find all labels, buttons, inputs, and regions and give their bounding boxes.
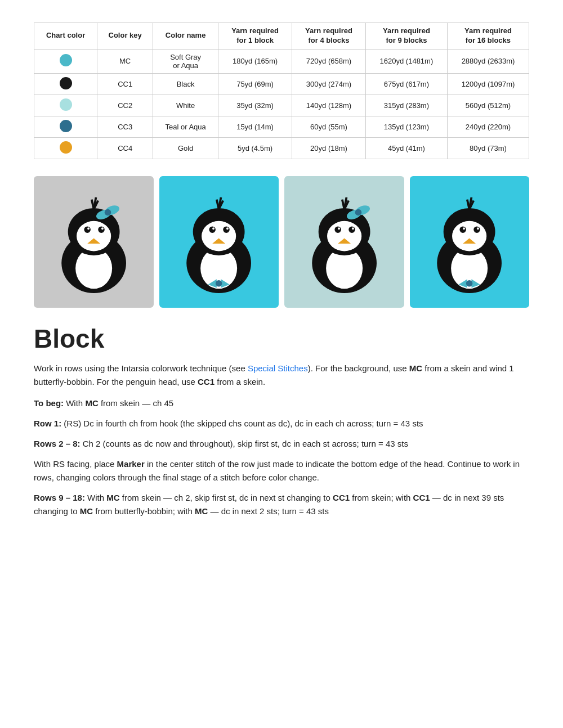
yarn-amount-cell: 35yd (32m) [218,95,292,116]
color-name-cell: Teal or Aqua [153,116,218,137]
yarn-amount-cell: 5yd (4.5m) [218,137,292,159]
svg-point-39 [334,227,341,233]
color-key-cell: CC1 [97,73,153,95]
svg-point-23 [212,228,215,230]
svg-point-60 [477,228,479,230]
yarn-amount-cell: 1200yd (1097m) [447,73,529,95]
svg-point-33 [216,281,222,287]
yarn-amount-cell: 60yd (55m) [292,116,366,137]
table-row: CC4Gold5yd (4.5m)20yd (18m)45yd (41m)80y… [34,137,529,159]
yarn-amount-cell: 45yd (41m) [365,137,447,159]
color-swatch [60,141,72,154]
yarn-table: Chart colorColor keyColor nameYarn requi… [34,23,529,159]
svg-point-22 [209,227,216,233]
yarn-amount-cell: 140yd (128m) [292,95,366,116]
yarn-amount-cell: 75yd (69m) [218,73,292,95]
yarn-amount-cell: 2880yd (2633m) [447,49,529,73]
special-stitches-link[interactable]: Special Stitches [248,363,308,373]
color-dot-cell [34,73,97,95]
yarn-amount-cell: 240yd (220m) [447,116,529,137]
svg-point-8 [98,227,104,233]
table-row: CC2White35yd (32m)140yd (128m)315yd (283… [34,95,529,116]
table-row: MCSoft Grayor Aqua180yd (165m)720yd (658… [34,49,529,73]
color-key-cell: CC4 [97,137,153,159]
svg-point-37 [327,221,361,251]
penguin-gray-bow [34,176,154,308]
svg-point-25 [223,227,229,233]
table-header: Yarn requiredfor 16 blocks [447,23,529,50]
svg-point-5 [84,227,90,233]
svg-point-57 [463,228,465,230]
penguin-blue-tie [410,176,530,308]
svg-point-20 [202,221,236,251]
yarn-amount-cell: 315yd (283m) [365,95,447,116]
table-header: Yarn requiredfor 1 block [218,23,292,50]
table-row: CC1Black75yd (69m)300yd (274m)675yd (617… [34,73,529,95]
instruction-row: With RS facing, place Marker in the cent… [34,457,529,484]
color-key-cell: CC2 [97,95,153,116]
svg-point-6 [87,228,90,230]
color-dot-cell [34,137,97,159]
instruction-row: To beg: With MC from skein — ch 45 [34,397,529,410]
penguin-light-bow [284,176,404,308]
color-name-cell: Gold [153,137,218,159]
svg-point-26 [226,228,229,230]
svg-point-9 [101,228,104,230]
color-dot-cell [34,116,97,137]
table-header: Color name [153,23,218,50]
yarn-amount-cell: 720yd (658m) [292,49,366,73]
svg-point-50 [355,209,361,215]
penguin-blue-bow [159,176,279,308]
color-name-cell: Black [153,73,218,95]
color-swatch [60,77,72,89]
svg-point-43 [352,228,354,230]
table-header: Yarn requiredfor 4 blocks [292,23,366,50]
svg-point-3 [77,221,111,251]
yarn-amount-cell: 20yd (18m) [292,137,366,159]
table-header: Color key [97,23,153,50]
yarn-amount-cell: 135yd (123m) [365,116,447,137]
instruction-row: Row 1: (RS) Dc in fourth ch from hook (t… [34,417,529,430]
color-dot-cell [34,49,97,73]
yarn-amount-cell: 180yd (165m) [218,49,292,73]
svg-point-59 [473,227,480,233]
table-header: Chart color [34,23,97,50]
color-swatch [60,98,72,111]
penguin-grid [34,176,529,308]
block-title: Block [34,325,529,353]
color-key-cell: CC3 [97,116,153,137]
svg-point-56 [460,227,466,233]
yarn-amount-cell: 80yd (73m) [447,137,529,159]
color-key-cell: MC [97,49,153,73]
yarn-amount-cell: 560yd (512m) [447,95,529,116]
table-header: Yarn requiredfor 9 blocks [365,23,447,50]
color-name-cell: White [153,95,218,116]
color-name-cell: Soft Grayor Aqua [153,49,218,73]
instruction-row: Rows 2 – 8: Ch 2 (counts as dc now and t… [34,437,529,451]
table-row: CC3Teal or Aqua15yd (14m)60yd (55m)135yd… [34,116,529,137]
svg-point-42 [348,227,355,233]
color-dot-cell [34,95,97,116]
svg-point-16 [104,209,110,215]
yarn-amount-cell: 675yd (617m) [365,73,447,95]
color-swatch [60,54,72,66]
yarn-amount-cell: 1620yd (1481m) [365,49,447,73]
svg-point-40 [338,228,340,230]
svg-point-67 [466,281,472,287]
svg-point-54 [452,221,486,251]
color-swatch [60,120,72,132]
yarn-amount-cell: 15yd (14m) [218,116,292,137]
yarn-amount-cell: 300yd (274m) [292,73,366,95]
block-intro: Work in rows using the Intarsia colorwor… [34,362,529,389]
instruction-row: Rows 9 – 18: With MC from skein — ch 2, … [34,491,529,518]
